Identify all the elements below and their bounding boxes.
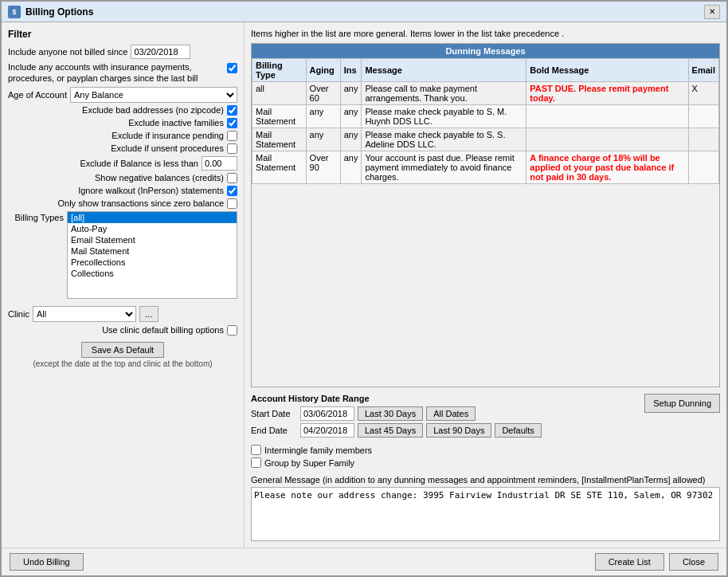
exclude-inactive-row: Exclude inactive families <box>8 118 237 128</box>
billing-types-list[interactable]: [all] Auto-Pay Email Statement Mail Stat… <box>67 211 237 299</box>
table-row: Mail Statement any any Please make check… <box>252 105 719 128</box>
age-select[interactable]: Any Balance Over 0 Over 30 Over 60 Over … <box>70 87 237 103</box>
only-show-row: Only show transactions since zero balanc… <box>8 198 237 209</box>
exclude-bad-addresses-checkbox[interactable] <box>227 105 237 116</box>
cell-bold-message: A finance charge of 18% will be applied … <box>526 151 688 184</box>
include-accounts-checkbox[interactable] <box>227 63 237 73</box>
include-accounts-label: Include any accounts with insurance paym… <box>8 61 224 84</box>
col-bold-message: Bold Message <box>526 59 688 82</box>
clinic-row: Clinic All ... <box>8 306 237 322</box>
table-row: Mail Statement Over 90 any Your account … <box>252 151 719 184</box>
clinic-label: Clinic <box>8 309 29 319</box>
undo-billing-button[interactable]: Undo Billing <box>10 553 84 571</box>
left-panel: Filter Include anyone not billed since I… <box>2 22 245 548</box>
exclude-unsent-checkbox[interactable] <box>227 143 237 154</box>
intermingle-checkbox[interactable] <box>251 445 261 455</box>
dunning-table-container: Dunning Messages Billing Type Aging Ins … <box>251 43 720 387</box>
cell-aging: any <box>306 105 340 128</box>
window-icon: $ <box>8 6 21 18</box>
balance-row: Exclude if Balance is less than <box>8 156 237 171</box>
only-show-label: Only show transactions since zero balanc… <box>58 198 225 208</box>
billing-options-window: $ Billing Options ✕ Filter Include anyon… <box>0 0 728 577</box>
cell-bold-message <box>526 128 688 151</box>
cell-billing-type: Mail Statement <box>252 105 307 128</box>
date-range-title: Account History Date Range <box>251 394 638 403</box>
defaults-button[interactable]: Defaults <box>495 423 541 438</box>
use-clinic-checkbox[interactable] <box>227 325 237 336</box>
col-aging: Aging <box>306 59 340 82</box>
exclude-bad-addresses-label: Exclude bad addresses (no zipcode) <box>82 105 224 115</box>
exclude-insurance-checkbox[interactable] <box>227 131 237 141</box>
start-date-row: Start Date Last 30 Days All Dates <box>251 406 638 421</box>
clinic-select[interactable]: All <box>33 306 136 322</box>
exclude-inactive-checkbox[interactable] <box>227 118 237 128</box>
last-90-button[interactable]: Last 90 Days <box>426 423 491 438</box>
date-range-section: Account History Date Range Start Date La… <box>251 394 720 440</box>
intermingle-label: Intermingle family members <box>264 446 372 455</box>
all-dates-button[interactable]: All Dates <box>426 406 476 421</box>
col-ins: Ins <box>340 59 362 82</box>
start-date-input[interactable] <box>300 406 354 421</box>
last-30-button[interactable]: Last 30 Days <box>358 406 423 421</box>
cell-ins: any <box>340 128 362 151</box>
bottom-right: Create List Close <box>595 553 718 571</box>
group-super-checkbox[interactable] <box>251 457 261 468</box>
setup-dunning-button[interactable]: Setup Dunning <box>644 394 720 413</box>
cell-email <box>688 105 718 128</box>
billing-type-autopay[interactable]: Auto-Pay <box>68 223 237 234</box>
col-message: Message <box>362 59 526 82</box>
billing-type-mail[interactable]: Mail Statement <box>68 245 237 257</box>
create-list-button[interactable]: Create List <box>595 553 664 571</box>
filter-title: Filter <box>8 29 237 40</box>
billing-type-all[interactable]: [all] <box>68 212 237 223</box>
cell-ins: any <box>340 105 362 128</box>
use-clinic-label: Use clinic default billing options <box>102 325 224 335</box>
end-date-input[interactable] <box>300 423 354 438</box>
col-billing-type: Billing Type <box>252 59 307 82</box>
cell-aging: Over 60 <box>306 82 340 105</box>
balance-input[interactable] <box>202 156 237 171</box>
group-super-label: Group by Super Family <box>264 458 354 468</box>
exclude-inactive-label: Exclude inactive families <box>128 118 224 128</box>
last-45-button[interactable]: Last 45 Days <box>358 423 423 438</box>
cell-ins: any <box>340 82 362 105</box>
title-bar: $ Billing Options ✕ <box>2 2 726 22</box>
include-billed-label: Include anyone not billed since <box>8 47 127 57</box>
ignore-walkout-row: Ignore walkout (InPerson) statements <box>8 186 237 196</box>
cell-ins: any <box>340 151 362 184</box>
billing-types-label: Billing Types <box>8 213 64 222</box>
billing-type-email[interactable]: Email Statement <box>68 234 237 245</box>
exclude-unsent-label: Exclude if unsent procedures <box>111 143 224 153</box>
bottom-bar: Undo Billing Create List Close <box>2 548 726 575</box>
col-email: Email <box>688 59 718 82</box>
window-title: Billing Options <box>25 6 93 18</box>
cell-message: Please make check payable to S. M. Huynh… <box>362 105 526 128</box>
show-negative-checkbox[interactable] <box>227 173 237 183</box>
clinic-dots-button[interactable]: ... <box>139 306 159 322</box>
exclude-bad-addresses-row: Exclude bad addresses (no zipcode) <box>8 105 237 116</box>
show-negative-label: Show negative balances (credits) <box>95 173 224 183</box>
billing-type-collections[interactable]: Collections <box>68 268 237 279</box>
right-panel: Items higher in the list are more genera… <box>245 22 726 548</box>
group-super-row: Group by Super Family <box>251 457 720 468</box>
cell-bold-message: PAST DUE. Please remit payment today. <box>526 82 688 105</box>
cell-billing-type: all <box>252 82 307 105</box>
cell-email: X <box>688 82 718 105</box>
include-billed-row: Include anyone not billed since <box>8 45 237 59</box>
billing-type-precollections[interactable]: Precollections <box>68 257 237 268</box>
close-window-button[interactable]: ✕ <box>704 5 720 19</box>
save-default-button[interactable]: Save As Default <box>81 342 164 358</box>
cell-aging: any <box>306 128 340 151</box>
close-button[interactable]: Close <box>669 553 718 571</box>
cell-aging: Over 90 <box>306 151 340 184</box>
only-show-checkbox[interactable] <box>227 198 237 209</box>
dunning-header: Dunning Messages <box>252 44 719 58</box>
hint-text: Items higher in the list are more genera… <box>251 29 720 38</box>
general-message-textarea[interactable]: Please note our address change: 3995 Fai… <box>251 487 720 541</box>
include-billed-date[interactable] <box>131 45 190 59</box>
cell-message: Please make check payable to S. S. Adeli… <box>362 128 526 151</box>
table-row: all Over 60 any Please call to make paym… <box>252 82 719 105</box>
ignore-walkout-checkbox[interactable] <box>227 186 237 196</box>
exclude-insurance-label: Exclude if insurance pending <box>112 131 224 140</box>
date-range-box: Account History Date Range Start Date La… <box>251 394 638 440</box>
